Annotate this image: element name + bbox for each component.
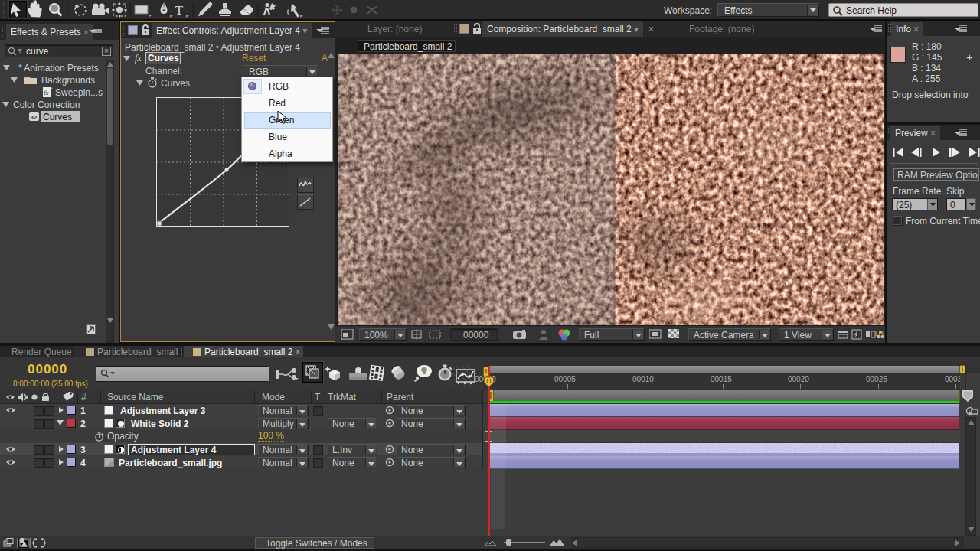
svg-text:T: T [175, 3, 184, 18]
svg-text:fx: fx [44, 89, 49, 96]
svg-text:32: 32 [31, 114, 38, 121]
